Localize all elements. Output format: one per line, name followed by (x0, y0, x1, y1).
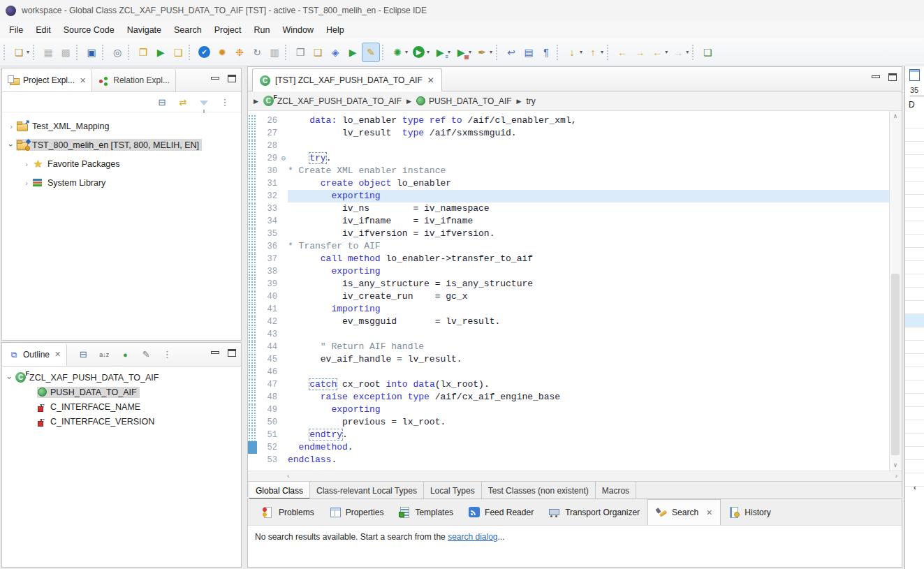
table-row[interactable] (905, 420, 924, 434)
table-row[interactable] (905, 394, 924, 407)
tree-item-zcl-xaf-push-data-to-aif[interactable]: ›ZCL_XAF_PUSH_DATA_TO_AIF (2, 370, 241, 385)
previous-annotation-button[interactable]: ↑▾ (585, 43, 605, 61)
code-line-30[interactable]: 30* Create XML enabler instance (248, 165, 902, 177)
show-whitespace-button[interactable]: ¶ (538, 43, 555, 61)
tab-relation-explorer[interactable]: Relation Expl... (92, 69, 176, 91)
code-line-27[interactable]: 27 lv_result type /aif/sxmssmguid. (248, 127, 902, 140)
code-text[interactable]: create object lo_enabler (288, 177, 902, 190)
link-with-editor-icon[interactable]: ⇄ (177, 97, 189, 108)
scroll-left-icon[interactable]: ‹ (914, 483, 916, 492)
previous-annotation-dropdown-icon[interactable]: ▾ (601, 49, 603, 55)
code-line-48[interactable]: 48 raise exception type /aif/cx_aif_engi… (248, 391, 902, 404)
maximize-icon[interactable] (227, 74, 237, 82)
maximize-icon[interactable] (888, 73, 897, 81)
new-wizard-button[interactable]: ❏▾ (10, 43, 31, 61)
open-abap-object-button[interactable]: ❐ (135, 43, 152, 61)
search-dialog-link[interactable]: search dialog (448, 532, 497, 542)
run-external-tools-dropdown-icon[interactable]: ▾ (490, 49, 492, 55)
view-tab-history[interactable]: History (721, 499, 778, 525)
code-editor[interactable]: 26 data: lo_enabler type ref to /aif/cl_… (248, 111, 902, 471)
table-row[interactable] (905, 208, 924, 221)
code-line-53[interactable]: 53endclass. (248, 454, 902, 466)
collapse-all-icon[interactable]: ⊟ (77, 349, 89, 360)
code-text[interactable]: call method lo_enabler->transfer_to_aif (288, 253, 902, 265)
breadcrumb-item-try[interactable]: try (527, 96, 536, 106)
code-line-28[interactable]: 28 (248, 140, 902, 152)
save-button[interactable]: ▦ (40, 43, 57, 61)
code-text[interactable]: lv_result type /aif/sxmssmguid. (288, 127, 902, 140)
code-text[interactable]: iv_ifversion = iv_ifversion. (288, 228, 902, 240)
menu-search[interactable]: Search (168, 23, 208, 37)
table-row[interactable] (905, 142, 924, 155)
code-text[interactable]: endtry. (288, 429, 902, 441)
menu-help[interactable]: Help (320, 23, 351, 37)
debug-button[interactable]: ✺▾ (389, 43, 409, 61)
section-tab-global-class[interactable]: Global Class (249, 482, 310, 500)
menu-edit[interactable]: Edit (29, 23, 57, 37)
export-source-button[interactable]: ❏ (309, 43, 326, 61)
open-sap-gui-button[interactable]: ▣ (83, 43, 100, 61)
fold-collapse-icon[interactable]: ⊖ (279, 152, 288, 165)
close-icon[interactable]: ✕ (80, 76, 86, 85)
code-text[interactable]: * Transfer to AIF (288, 240, 902, 253)
code-text[interactable]: data: lo_enabler type ref to /aif/cl_ena… (288, 114, 902, 127)
table-row[interactable] (905, 261, 924, 274)
tree-item-c-interface-name[interactable]: C_INTERFACE_NAME (2, 399, 241, 414)
code-text[interactable]: iv_ns = iv_namespace (288, 202, 902, 215)
run-external-tools-button[interactable]: ✒▾ (474, 43, 494, 61)
show-public-members-icon[interactable]: ● (119, 350, 131, 359)
collapse-all-icon[interactable]: ⊟ (156, 97, 168, 108)
sort-icon[interactable]: a↓z (98, 351, 110, 358)
favorite-packages-button[interactable]: ❑ (170, 43, 186, 61)
code-text[interactable]: iv_create_run = gc_x (288, 290, 902, 303)
forward-dropdown-icon[interactable]: ▾ (686, 49, 689, 55)
code-line-50[interactable]: 50 previous = lx_root. (248, 416, 902, 429)
code-line-38[interactable]: 38 exporting (248, 265, 902, 278)
scrollbar-thumb[interactable] (891, 274, 900, 455)
code-text[interactable]: ev_aif_handle = lv_result. (288, 353, 902, 366)
table-row[interactable] (905, 248, 924, 261)
code-line-45[interactable]: 45 ev_aif_handle = lv_result. (248, 353, 902, 366)
view-tab-transport-organizer[interactable]: Transport Organizer (541, 499, 647, 525)
table-row[interactable] (905, 155, 924, 168)
pin-editor-button[interactable]: ❏ (699, 43, 716, 61)
code-text[interactable]: raise exception type /aif/cx_aif_engine_… (288, 391, 902, 404)
table-row[interactable] (905, 380, 924, 394)
profile-button[interactable]: ▶≡▾ (432, 43, 452, 61)
back-dropdown-icon[interactable]: ▾ (665, 49, 668, 55)
open-development-object-button[interactable]: ◎ (109, 43, 126, 61)
table-row[interactable] (905, 288, 924, 301)
close-icon[interactable]: ✕ (706, 508, 712, 517)
code-text[interactable] (288, 328, 902, 341)
table-row[interactable] (905, 367, 924, 380)
table-row[interactable] (905, 434, 924, 447)
code-line-52[interactable]: 52 endmethod. (248, 441, 902, 454)
table-row[interactable] (905, 182, 924, 195)
expander-collapsed-icon[interactable]: › (6, 122, 16, 131)
breadcrumb-item-push-data-to-aif[interactable]: PUSH_DATA_TO_AIF (416, 96, 512, 106)
section-tab-class-relevant-local-types[interactable]: Class-relevant Local Types (310, 482, 424, 500)
editor-tab[interactable]: [TST] ZCL_XAF_PUSH_DATA_TO_AIF ✕ (252, 68, 442, 91)
next-edit-location-button[interactable]: → (631, 43, 648, 61)
last-edit-location-button[interactable]: ← (614, 43, 631, 61)
tab-project-explorer[interactable]: Project Expl... ✕ (2, 69, 92, 91)
table-row[interactable] (905, 447, 924, 460)
table-row[interactable] (905, 195, 924, 208)
code-line-41[interactable]: 41 importing (248, 303, 902, 316)
code-line-43[interactable]: 43 (248, 328, 902, 341)
table-row[interactable] (905, 314, 924, 327)
back-button[interactable]: ←▾ (649, 43, 669, 61)
table-row[interactable] (905, 168, 924, 182)
code-text[interactable]: catch cx_root into data(lx_root). (288, 378, 902, 391)
code-line-34[interactable]: 34 iv_ifname = iv_ifname (248, 215, 902, 228)
code-text[interactable]: previous = lx_root. (288, 416, 902, 429)
code-text[interactable]: iv_ifname = iv_ifname (288, 215, 902, 228)
code-line-46[interactable]: 46 (248, 366, 902, 378)
table-row[interactable] (905, 128, 924, 142)
expander-collapsed-icon[interactable]: › (22, 160, 31, 168)
view-menu-icon[interactable]: ⋮ (161, 349, 173, 360)
maximize-icon[interactable] (227, 348, 237, 357)
view-tab-feed-reader[interactable]: Feed Reader (461, 499, 541, 525)
breadcrumb-item-zcl-xaf-push-data-to-aif[interactable]: ZCL_XAF_PUSH_DATA_TO_AIF (263, 96, 402, 106)
code-text[interactable]: exporting (288, 265, 902, 278)
